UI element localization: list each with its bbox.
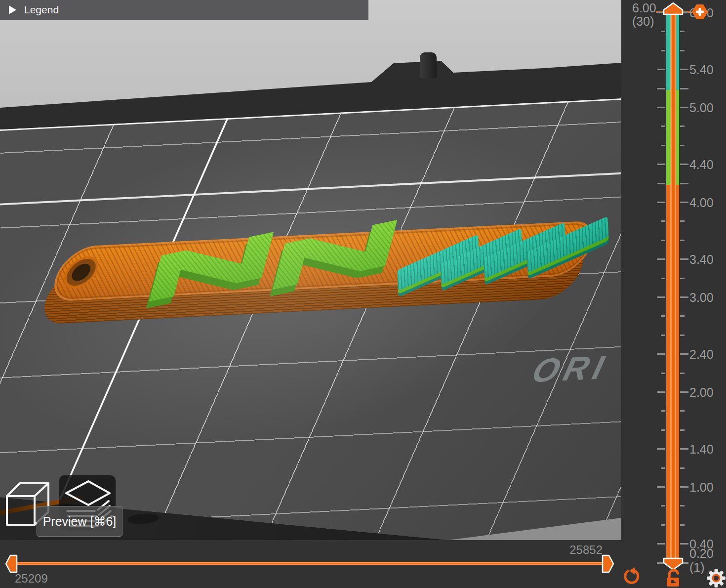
layer-tick <box>657 69 665 70</box>
layer-height-label: 0.20 <box>689 546 714 561</box>
move-slider-bar: 25209 25852 <box>0 540 621 588</box>
layer-tick <box>680 335 685 336</box>
plate-brand-text: ORI <box>525 347 617 390</box>
layer-tick <box>680 107 688 108</box>
layer-tick <box>657 107 665 108</box>
layer-tick <box>680 524 685 526</box>
layer-tick <box>657 353 665 355</box>
sync-lock-button[interactable] <box>664 568 683 588</box>
layer-tick <box>680 202 688 203</box>
layer-slider-top-height: 6.00 <box>632 1 656 15</box>
layer-tick <box>680 296 688 298</box>
move-slider-left-handle[interactable] <box>5 554 18 575</box>
slider-settings-button[interactable] <box>706 568 726 588</box>
layer-slider-upper-handle[interactable] <box>663 2 684 17</box>
layer-tick <box>680 467 685 469</box>
layer-height-label: 2.00 <box>689 385 714 400</box>
layer-tick <box>680 448 688 450</box>
layer-tick <box>661 278 665 279</box>
layer-tick <box>680 164 688 165</box>
layer-tick <box>657 202 665 203</box>
legend-title: Legend <box>24 4 59 16</box>
layer-height-label: 5.00 <box>689 101 714 115</box>
layer-tick <box>661 31 665 32</box>
layer-tick <box>680 220 685 222</box>
add-pause-plus-button[interactable] <box>691 4 708 20</box>
layer-tick <box>657 486 665 488</box>
layer-height-label: 5.40 <box>689 63 714 77</box>
layer-tick <box>661 373 665 374</box>
layer-height-label: 4.00 <box>689 196 714 210</box>
printbed-post <box>420 52 437 78</box>
layer-tick <box>680 145 685 146</box>
preview-tooltip: Preview [⌘6] <box>37 506 122 537</box>
preview-tooltip-text: Preview [⌘6] <box>43 514 117 529</box>
slicer-preview-window: ORI <box>0 0 726 588</box>
layer-tick <box>680 69 688 70</box>
layer-tick <box>657 258 665 260</box>
layer-tick <box>680 88 688 89</box>
move-slider-right-value: 25852 <box>524 543 603 557</box>
layer-tick <box>680 183 688 184</box>
move-slider-right-handle[interactable] <box>602 554 614 575</box>
layer-tick <box>661 315 665 317</box>
layer-tick <box>680 353 688 355</box>
layer-tick <box>661 505 665 506</box>
layer-tick <box>680 486 688 488</box>
layer-tick <box>680 240 685 241</box>
layer-tick <box>680 429 685 431</box>
layer-tick <box>680 543 688 545</box>
reset-sliders-button[interactable] <box>621 567 640 588</box>
layer-tick <box>661 429 665 431</box>
layer-height-label: 2.40 <box>689 347 714 362</box>
layer-slider-panel: 6.00 (30) 6.00 5.405.004.404.003.403.002… <box>621 0 726 588</box>
layer-tick <box>680 50 685 51</box>
layer-tick <box>680 373 685 374</box>
layer-height-label: 3.40 <box>689 252 714 267</box>
move-slider-left-value: 25209 <box>15 572 48 586</box>
layer-tick <box>661 335 665 336</box>
plate-screw-hole <box>127 513 159 525</box>
layer-slider-track[interactable] <box>670 14 676 564</box>
layer-tick <box>657 88 665 89</box>
layer-tick <box>657 164 665 165</box>
layer-tick <box>661 50 665 51</box>
layer-slider-bottom-layer-number: (1) <box>689 560 705 575</box>
layer-tick <box>680 126 685 127</box>
layer-tick <box>680 31 685 32</box>
build-plate-grid: ORI <box>0 65 621 540</box>
plate-axis-line-horizontal <box>0 141 621 207</box>
layer-tick <box>657 391 665 393</box>
layer-tick <box>661 240 665 241</box>
layer-tick <box>661 220 665 222</box>
layer-tick <box>657 296 665 298</box>
plus-icon <box>691 4 708 20</box>
layer-tick <box>661 524 665 526</box>
gear-icon <box>706 568 726 588</box>
layer-tick <box>680 391 688 393</box>
layer-tick <box>680 410 685 412</box>
layer-slider-top-layer-number: (30) <box>632 14 654 29</box>
3d-viewport[interactable]: ORI <box>0 0 621 540</box>
layer-tick <box>661 126 665 127</box>
layer-tick <box>657 183 665 184</box>
layer-tick <box>661 145 665 146</box>
layer-tick <box>661 410 665 412</box>
layer-tick <box>657 448 665 450</box>
legend-header[interactable]: Legend <box>0 0 368 20</box>
layer-height-label: 4.40 <box>689 158 714 172</box>
move-slider-track[interactable] <box>15 562 604 565</box>
expand-triangle-icon <box>9 5 16 14</box>
unlocked-padlock-icon <box>664 568 683 587</box>
layer-tick <box>680 505 685 506</box>
layer-height-label: 1.00 <box>689 480 714 495</box>
undo-icon <box>621 567 640 586</box>
layer-tick <box>661 467 665 469</box>
layer-height-label: 3.00 <box>689 291 714 305</box>
layer-tick <box>680 278 685 279</box>
layer-tick <box>680 315 685 317</box>
layer-tick <box>680 258 688 260</box>
layer-tick <box>657 543 665 545</box>
layer-height-label: 1.40 <box>689 442 714 457</box>
